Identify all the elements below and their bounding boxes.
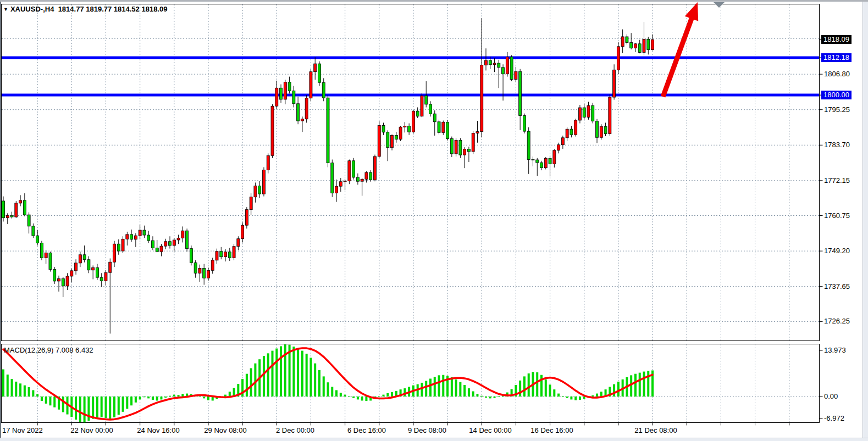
candle-bullish xyxy=(480,65,483,131)
macd-histogram-bar xyxy=(528,373,530,397)
candle-bullish xyxy=(164,242,167,246)
candle-bullish xyxy=(578,108,581,120)
macd-histogram-bar xyxy=(75,397,77,420)
macd-histogram-bar xyxy=(327,382,329,397)
candle-bearish xyxy=(292,91,295,103)
candle-bullish xyxy=(506,57,508,74)
macd-histogram-bar xyxy=(207,397,209,400)
macd-histogram-bar xyxy=(386,393,389,397)
candle-bullish xyxy=(207,270,209,278)
candle-bearish xyxy=(369,172,372,180)
macd-histogram-bar xyxy=(24,386,26,397)
candle-bullish xyxy=(557,145,560,150)
candle-bearish xyxy=(49,253,52,269)
candle-bearish xyxy=(186,231,189,248)
macd-histogram-bar xyxy=(306,354,308,397)
macd-histogram-bar xyxy=(164,397,167,398)
candle-bullish xyxy=(113,244,116,262)
candle-bearish xyxy=(459,140,462,155)
candle-bearish xyxy=(352,161,355,177)
macd-histogram-bar xyxy=(596,394,598,397)
candle-bearish xyxy=(604,126,607,133)
candle-bearish xyxy=(130,235,133,239)
candle-bullish xyxy=(284,82,286,99)
candle-bearish xyxy=(450,139,453,154)
macd-histogram-bar xyxy=(451,377,453,397)
candle-bullish xyxy=(643,39,645,52)
macd-histogram-bar xyxy=(579,397,581,400)
candle-bearish xyxy=(438,122,440,133)
macd-histogram-bar xyxy=(314,364,316,397)
candle-bullish xyxy=(339,182,342,186)
candle-bearish xyxy=(467,149,470,152)
macd-histogram-bar xyxy=(570,397,572,399)
macd-histogram-bar xyxy=(79,397,81,422)
candle-bearish xyxy=(510,57,513,80)
candle-bearish xyxy=(83,255,86,260)
macd-histogram-bar xyxy=(557,394,560,397)
candle-bullish xyxy=(403,126,406,127)
candle-bullish xyxy=(455,140,457,154)
macd-histogram-bar xyxy=(455,379,457,397)
candle-bearish xyxy=(596,121,599,138)
macd-histogram-bar xyxy=(118,397,120,415)
macd-histogram-bar xyxy=(309,358,312,397)
macd-histogram-bar xyxy=(11,379,13,397)
candle-bullish xyxy=(177,238,180,240)
candle-bullish xyxy=(224,252,227,257)
candle-bearish xyxy=(583,108,585,117)
macd-histogram-bar xyxy=(494,397,496,398)
macd-histogram-bar xyxy=(378,397,380,397)
window-right-edge xyxy=(863,2,868,438)
candle-bullish xyxy=(126,235,129,239)
candle-bearish xyxy=(519,71,522,115)
candle-bearish xyxy=(190,249,192,263)
candle-bullish xyxy=(365,172,368,179)
macd-histogram-bar xyxy=(169,396,171,397)
macd-histogram-bar xyxy=(284,344,286,397)
macd-histogram-bar xyxy=(7,375,9,397)
macd-histogram-bar xyxy=(156,397,158,400)
macd-histogram-bar xyxy=(361,397,363,400)
candle-bullish xyxy=(139,230,141,236)
candle-bullish xyxy=(70,271,73,276)
candle-bullish xyxy=(15,203,18,217)
candle-bearish xyxy=(386,132,389,148)
macd-histogram-bar xyxy=(421,383,423,397)
macd-histogram-bar xyxy=(36,394,38,397)
candle-bullish xyxy=(617,47,620,70)
candle-bearish xyxy=(288,82,291,91)
candle-bearish xyxy=(630,43,633,48)
candle-bearish xyxy=(322,82,325,98)
macd-histogram-bar xyxy=(344,395,346,397)
candle-bullish xyxy=(609,97,611,134)
macd-histogram-bar xyxy=(224,395,226,397)
candle-bearish xyxy=(147,235,150,241)
macd-histogram-bar xyxy=(519,381,521,397)
macd-histogram-bar xyxy=(403,388,406,397)
candle-bullish xyxy=(391,135,394,147)
candle-bullish xyxy=(412,111,414,132)
candle-bearish xyxy=(497,63,500,68)
candle-bullish xyxy=(6,215,9,217)
candle-bearish xyxy=(169,242,172,245)
macd-panel-frame xyxy=(2,344,820,423)
candle-bullish xyxy=(309,72,312,98)
candle-bearish xyxy=(536,160,539,163)
macd-histogram-bar xyxy=(229,392,231,397)
macd-histogram-bar xyxy=(275,349,278,397)
candle-bullish xyxy=(79,255,81,263)
candle-bullish xyxy=(104,272,107,281)
macd-histogram-bar xyxy=(438,375,440,397)
candle-bearish xyxy=(10,215,13,217)
candle-bullish xyxy=(134,236,137,239)
candle-bullish xyxy=(361,179,363,181)
candle-bearish xyxy=(489,60,491,65)
macd-histogram-bar xyxy=(160,397,162,399)
macd-histogram-bar xyxy=(267,353,269,397)
macd-histogram-bar xyxy=(130,397,132,405)
candle-bearish xyxy=(151,241,154,248)
candle-bullish xyxy=(566,129,568,138)
macd-histogram-bar xyxy=(178,395,180,397)
chart-canvas[interactable] xyxy=(0,0,868,441)
